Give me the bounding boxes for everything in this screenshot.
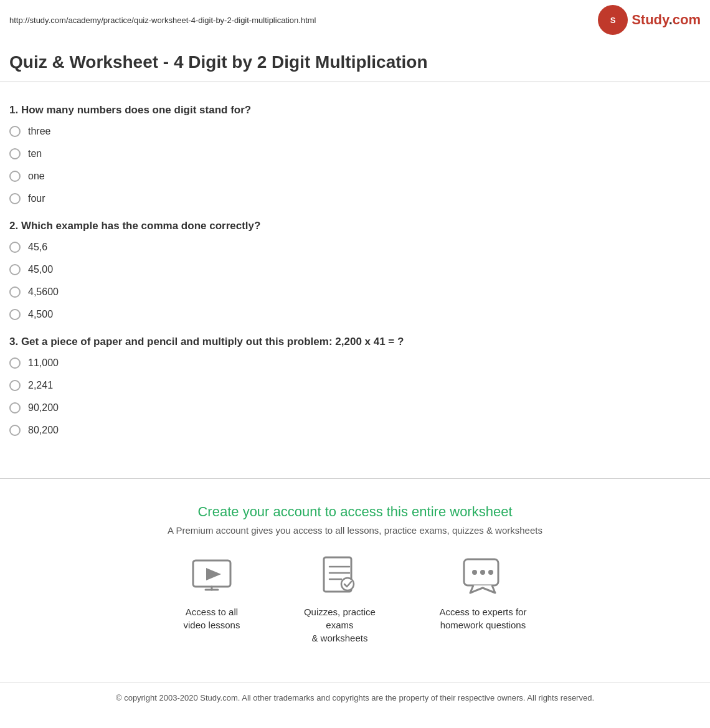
- svg-point-13: [480, 570, 485, 575]
- answer-label-2-3: 4,5600: [28, 286, 59, 298]
- question-3-text: 3. Get a piece of paper and pencil and m…: [9, 336, 701, 348]
- answer-label-2-2: 45,00: [28, 264, 53, 275]
- answer-3-3[interactable]: 90,200: [9, 402, 701, 414]
- answer-1-2[interactable]: ten: [9, 148, 701, 159]
- answer-label-1-4: four: [28, 193, 45, 204]
- feature-video-label: Access to allvideo lessons: [184, 605, 240, 631]
- url-text: http://study.com/academy/practice/quiz-w…: [9, 16, 316, 25]
- answer-2-3[interactable]: 4,5600: [9, 286, 701, 298]
- answer-3-1[interactable]: 11,000: [9, 357, 701, 369]
- answer-label-1-2: ten: [28, 148, 42, 159]
- logo: S Study.com: [598, 5, 701, 35]
- radio-2-3[interactable]: [9, 286, 21, 298]
- radio-3-2[interactable]: [9, 380, 21, 391]
- radio-3-4[interactable]: [9, 425, 21, 436]
- answer-label-3-2: 2,241: [28, 380, 53, 391]
- cta-title: Create your account to access this entir…: [9, 504, 701, 520]
- radio-2-4[interactable]: [9, 309, 21, 320]
- video-lessons-icon: [190, 554, 234, 598]
- logo-icon: S: [598, 5, 628, 35]
- answer-label-3-1: 11,000: [28, 357, 59, 369]
- answer-label-3-3: 90,200: [28, 402, 59, 414]
- section-divider: [0, 478, 710, 479]
- svg-point-14: [488, 570, 493, 575]
- svg-point-12: [472, 570, 477, 575]
- feature-experts-label: Access to experts forhomework questions: [439, 605, 526, 631]
- svg-marker-3: [206, 568, 221, 580]
- answer-label-3-4: 80,200: [28, 425, 59, 436]
- radio-1-4[interactable]: [9, 193, 21, 204]
- question-2-text: 2. Which example has the comma done corr…: [9, 220, 701, 232]
- answer-2-2[interactable]: 45,00: [9, 264, 701, 275]
- cta-subtitle: A Premium account gives you access to al…: [9, 525, 701, 536]
- svg-text:S: S: [610, 16, 616, 25]
- answer-3-4[interactable]: 80,200: [9, 425, 701, 436]
- svg-point-10: [341, 578, 354, 590]
- radio-3-1[interactable]: [9, 357, 21, 369]
- answer-label-1-3: one: [28, 171, 45, 182]
- feature-video: Access to allvideo lessons: [184, 554, 240, 645]
- quizzes-icon: [318, 554, 361, 598]
- radio-3-3[interactable]: [9, 402, 21, 414]
- question-1-text: 1. How many numbers does one digit stand…: [9, 104, 701, 116]
- feature-quizzes-label: Quizzes, practice exams& worksheets: [290, 605, 389, 645]
- answer-3-2[interactable]: 2,241: [9, 380, 701, 391]
- answer-2-1[interactable]: 45,6: [9, 242, 701, 253]
- cta-section: Create your account to access this entir…: [0, 491, 710, 682]
- question-1: 1. How many numbers does one digit stand…: [9, 104, 701, 204]
- answer-1-1[interactable]: three: [9, 126, 701, 137]
- feature-experts: Access to experts forhomework questions: [439, 554, 526, 645]
- question-3: 3. Get a piece of paper and pencil and m…: [9, 336, 701, 436]
- features-row: Access to allvideo lessons Quizzes, prac…: [9, 554, 701, 645]
- answer-label-1-1: three: [28, 126, 50, 137]
- radio-1-3[interactable]: [9, 171, 21, 182]
- answer-1-4[interactable]: four: [9, 193, 701, 204]
- feature-quizzes: Quizzes, practice exams& worksheets: [290, 554, 389, 645]
- question-2: 2. Which example has the comma done corr…: [9, 220, 701, 320]
- answer-2-4[interactable]: 4,500: [9, 309, 701, 320]
- logo-text: Study.com: [632, 12, 701, 28]
- answer-1-3[interactable]: one: [9, 171, 701, 182]
- page-title: Quiz & Worksheet - 4 Digit by 2 Digit Mu…: [0, 40, 710, 82]
- radio-2-1[interactable]: [9, 242, 21, 253]
- quiz-content: 1. How many numbers does one digit stand…: [0, 82, 710, 460]
- answer-label-2-1: 45,6: [28, 242, 47, 253]
- logo-svg: S: [604, 11, 622, 29]
- answer-label-2-4: 4,500: [28, 309, 53, 320]
- experts-icon: [461, 554, 504, 598]
- radio-1-2[interactable]: [9, 148, 21, 159]
- radio-1-1[interactable]: [9, 126, 21, 137]
- top-bar: http://study.com/academy/practice/quiz-w…: [0, 0, 710, 40]
- radio-2-2[interactable]: [9, 264, 21, 275]
- footer: © copyright 2003-2020 Study.com. All oth…: [0, 682, 710, 714]
